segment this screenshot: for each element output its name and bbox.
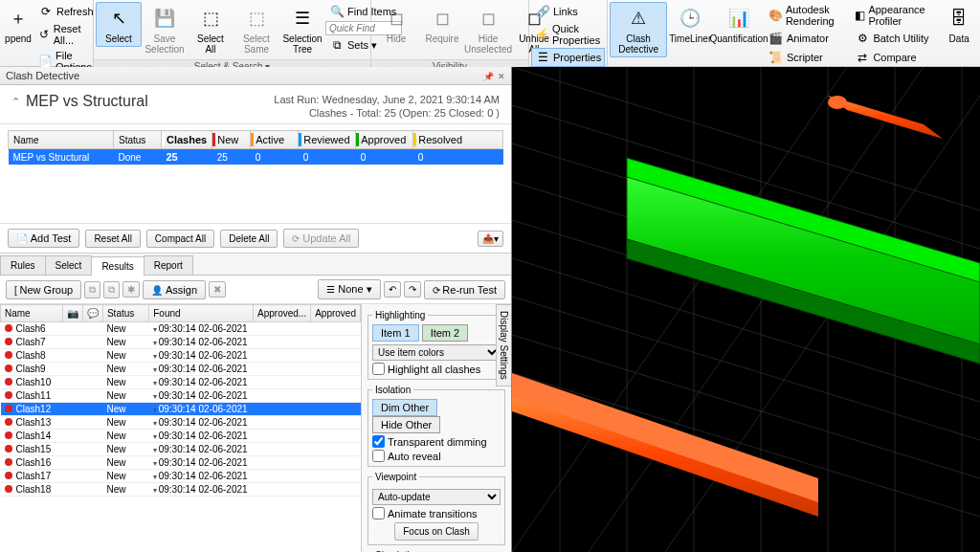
test-row[interactable]: MEP vs StructuralDone25 2500 00: [9, 149, 503, 166]
col-approved[interactable]: Approved: [356, 131, 413, 149]
batch-utility-button[interactable]: ⚙Batch Utility: [851, 29, 936, 48]
hide-button[interactable]: ◻Hide: [373, 2, 419, 47]
clash-row[interactable]: Clash9New▾09:30:14 02-06-2021: [1, 363, 361, 376]
reset-all-tests-button[interactable]: Reset All: [85, 230, 140, 248]
animator-button[interactable]: 🎬Animator: [765, 29, 852, 48]
col-reviewed[interactable]: Reviewed: [299, 131, 356, 149]
appearance-profiler-button[interactable]: ◧Appearance Profiler: [851, 2, 936, 29]
clash-col-approvedby[interactable]: Approved...: [254, 305, 311, 322]
refresh-button[interactable]: ⟳Refresh: [34, 2, 98, 21]
properties-button[interactable]: ☰Properties: [531, 48, 605, 67]
save-selection-button[interactable]: 💾Save Selection: [142, 2, 188, 57]
timeliner-button[interactable]: 🕒TimeLiner: [667, 2, 713, 47]
autodesk-rendering-button[interactable]: 🎨Autodesk Rendering: [765, 2, 852, 29]
require-button[interactable]: ◻Require: [419, 2, 465, 47]
clash-row[interactable]: Clash14New▾09:30:14 02-06-2021: [1, 430, 361, 443]
col-active[interactable]: Active: [251, 131, 299, 149]
col-new[interactable]: New: [212, 131, 251, 149]
item1-button[interactable]: Item 1: [372, 324, 419, 342]
unassign-button[interactable]: ✖: [209, 281, 226, 298]
clash-col-found[interactable]: Found: [149, 305, 254, 322]
quantification-button[interactable]: 📊Quantification: [713, 2, 765, 47]
clash-col-name[interactable]: Name: [1, 305, 63, 322]
clash-detective-panel: Clash Detective 📌✕ ⌃ MEP vs Structural L…: [0, 67, 512, 552]
append-button[interactable]: ＋ ppend: [2, 2, 34, 47]
nav-next-button[interactable]: ↷: [404, 281, 421, 298]
clash-row[interactable]: Clash8New▾09:30:14 02-06-2021: [1, 349, 361, 363]
clash-row[interactable]: Clash15New▾09:30:14 02-06-2021: [1, 443, 361, 456]
collapse-icon[interactable]: ⌃: [11, 96, 20, 108]
clash-row[interactable]: Clash12New▾09:30:14 02-06-2021: [1, 403, 361, 416]
clash-col-comment[interactable]: 💬: [82, 305, 102, 322]
export-button[interactable]: 📤▾: [478, 231, 503, 247]
clash-list: Name 📷 💬 Status Found Approved... Approv…: [0, 304, 362, 552]
highlight-all-check[interactable]: Highlight all clashes: [372, 363, 501, 375]
sets-icon: ⧉: [329, 37, 345, 53]
compact-all-button[interactable]: Compact All: [146, 230, 214, 248]
clash-detective-button[interactable]: ⚠Clash Detective: [610, 2, 667, 57]
close-icon[interactable]: ✕: [498, 72, 505, 81]
hide-unselected-button[interactable]: ◻Hide Unselected: [465, 2, 511, 57]
animate-transitions-check[interactable]: Animate transitions: [372, 507, 501, 519]
add-test-button[interactable]: 📄 Add Test: [8, 229, 79, 248]
dim-other-button[interactable]: Dim Other: [372, 399, 437, 416]
tab-results[interactable]: Results: [91, 256, 144, 276]
quick-properties-button[interactable]: ⚡Quick Properties: [531, 21, 605, 48]
reset-icon: ↺: [38, 27, 51, 42]
clash-row[interactable]: Clash7New▾09:30:14 02-06-2021: [1, 336, 361, 349]
links-button[interactable]: 🔗Links: [531, 2, 605, 21]
tab-rules[interactable]: Rules: [0, 255, 46, 275]
col-status[interactable]: Status: [114, 131, 162, 149]
scripter-button[interactable]: 📜Scripter: [765, 48, 852, 67]
col-clashes[interactable]: Clashes: [162, 131, 212, 149]
group-icon-button[interactable]: ⧉: [84, 281, 100, 298]
col-resolved[interactable]: Resolved: [413, 131, 503, 149]
display-settings-tab[interactable]: Display Settings: [496, 304, 511, 386]
clash-row[interactable]: Clash18New▾09:30:14 02-06-2021: [1, 483, 361, 497]
filter-none-button[interactable]: ☰ None ▾: [318, 279, 380, 299]
select-all-button[interactable]: ⬚Select All: [188, 2, 234, 57]
select-button[interactable]: ↖Select: [96, 2, 142, 47]
clash-row[interactable]: Clash11New▾09:30:14 02-06-2021: [1, 389, 361, 403]
ungroup-icon-button[interactable]: ⧉: [103, 281, 120, 298]
assign-button[interactable]: 👤 Assign: [143, 280, 206, 299]
delete-all-button[interactable]: Delete All: [220, 230, 278, 248]
append-icon: ＋: [5, 5, 32, 32]
transparent-dimming-check[interactable]: Transparent dimming: [372, 435, 501, 448]
select-same-icon: ⬚: [243, 5, 270, 32]
item2-button[interactable]: Item 2: [422, 324, 469, 342]
update-all-button[interactable]: ⟳ Update All: [283, 229, 359, 248]
clash-row[interactable]: Clash6New▾09:30:14 02-06-2021: [1, 322, 361, 336]
3d-viewport[interactable]: [512, 67, 980, 552]
clash-row[interactable]: Clash16New▾09:30:14 02-06-2021: [1, 456, 361, 470]
clash-col-status[interactable]: Status: [102, 305, 148, 322]
use-item-colors-select[interactable]: Use item colors: [372, 344, 501, 361]
nav-prev-button[interactable]: ↶: [384, 281, 401, 298]
selection-tree-button[interactable]: ☰Selection Tree: [279, 2, 325, 57]
focus-on-clash-button[interactable]: Focus on Clash: [394, 522, 478, 541]
explode-icon-button[interactable]: ✱: [122, 281, 140, 298]
clash-row[interactable]: Clash10New▾09:30:14 02-06-2021: [1, 376, 361, 389]
tab-select[interactable]: Select: [45, 255, 93, 275]
rerun-test-button[interactable]: ⟳ Re-run Test: [424, 280, 505, 299]
clash-row[interactable]: Clash13New▾09:30:14 02-06-2021: [1, 416, 361, 430]
appear-icon: ◧: [855, 8, 865, 23]
data-tools-button[interactable]: 🗄Data: [936, 2, 980, 47]
select-same-button[interactable]: ⬚Select Same: [234, 2, 279, 57]
auto-reveal-check[interactable]: Auto reveal: [372, 450, 501, 462]
reset-all-button[interactable]: ↺Reset All...: [34, 21, 98, 48]
compare-button[interactable]: ⇄Compare: [851, 48, 936, 67]
pin-icon[interactable]: 📌: [483, 72, 494, 81]
timeliner-icon: 🕒: [677, 5, 703, 32]
clash-row[interactable]: Clash17New▾09:30:14 02-06-2021: [1, 470, 361, 483]
clash-col-camera[interactable]: 📷: [62, 305, 82, 322]
new-group-button[interactable]: [ New Group: [6, 280, 81, 299]
ribbon: ＋ ppend ⟳Refresh ↺Reset All... 📄File Opt…: [0, 0, 980, 67]
tab-report[interactable]: Report: [144, 255, 193, 275]
clash-col-approved[interactable]: Approved: [311, 305, 361, 322]
viewpoint-select[interactable]: Auto-update: [372, 489, 501, 505]
col-name[interactable]: Name: [9, 131, 114, 149]
panel-titlebar[interactable]: Clash Detective 📌✕: [0, 67, 511, 85]
qprop-icon: ⚡: [535, 27, 549, 42]
hide-other-button[interactable]: Hide Other: [372, 416, 440, 433]
